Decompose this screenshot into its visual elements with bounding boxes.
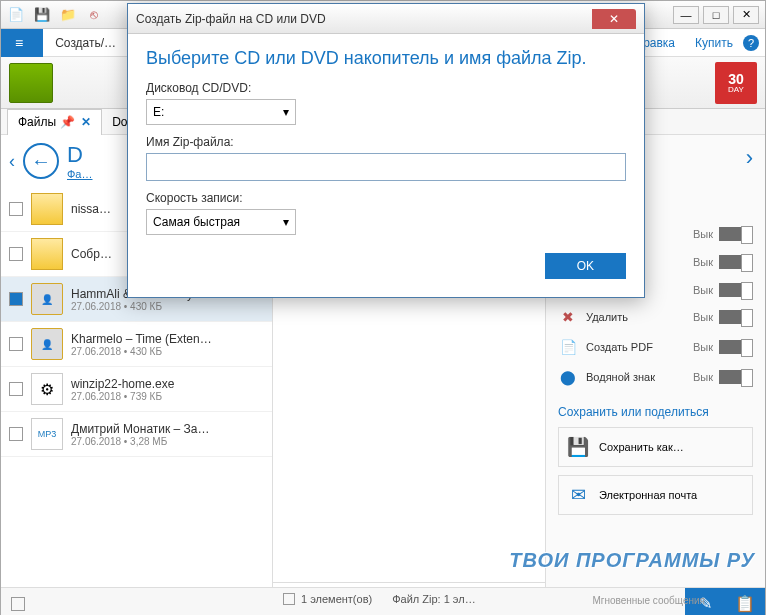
email-icon: ✉: [567, 484, 589, 506]
tab-files-label: Файлы: [18, 115, 56, 129]
drive-label: Дисковод CD/DVD:: [146, 81, 626, 95]
avatar-icon: 👤: [31, 328, 63, 360]
guarantee-badge: 30 DAY: [715, 62, 757, 104]
nav-back-button[interactable]: ←: [23, 143, 59, 179]
close-button[interactable]: ✕: [733, 6, 759, 24]
qat-folder-icon[interactable]: 📁: [57, 4, 79, 26]
breadcrumb-subtitle[interactable]: Фа…: [67, 168, 92, 180]
save-as-button[interactable]: 💾 Сохранить как…: [558, 427, 753, 467]
ribbon-buy-link[interactable]: Купить: [685, 36, 743, 50]
create-zip-cd-dialog: Создать Zip-файл на CD или DVD ✕ Выберит…: [127, 3, 645, 298]
dialog-titlebar: Создать Zip-файл на CD или DVD ✕: [128, 4, 644, 34]
dialog-title-text: Создать Zip-файл на CD или DVD: [136, 12, 326, 26]
tab-close-icon[interactable]: ✕: [81, 115, 91, 129]
action-delete[interactable]: ✖ Удалить Вык: [558, 307, 753, 327]
status-elements: 1 элемент(ов): [301, 593, 372, 605]
file-row[interactable]: ⚙winzip22-home.exe27.06.2018 • 739 КБ: [1, 367, 272, 412]
breadcrumb-title: D: [67, 142, 92, 168]
action-watermark[interactable]: ⬤ Водяной знак Вык: [558, 367, 753, 387]
qat-app-icon[interactable]: 📄: [5, 4, 27, 26]
file-name: winzip22-home.exe: [71, 377, 174, 391]
file-checkbox[interactable]: [9, 427, 23, 441]
mp3-icon: MP3: [31, 418, 63, 450]
chevron-down-icon: ▾: [283, 105, 289, 119]
select-all-checkbox[interactable]: [11, 597, 25, 611]
file-checkbox[interactable]: [9, 292, 23, 306]
main-window: 📄 💾 📁 ⎋ — □ ✕ Создать/… равка Купить ? 3…: [0, 0, 766, 615]
folder-icon: [31, 238, 63, 270]
exe-icon: ⚙: [31, 373, 63, 405]
speed-label: Скорость записи:: [146, 191, 626, 205]
file-name: nissa…: [71, 202, 111, 216]
stamp-icon: ⬤: [558, 367, 578, 387]
nav-prev-icon[interactable]: ‹: [9, 151, 15, 172]
folder-icon: [31, 193, 63, 225]
file-menu[interactable]: [1, 29, 43, 57]
email-button[interactable]: ✉ Электронная почта: [558, 475, 753, 515]
avatar-icon: 👤: [31, 283, 63, 315]
help-icon[interactable]: ?: [743, 35, 759, 51]
status-zipfile: Файл Zip: 1 эл…: [392, 593, 475, 605]
drive-select[interactable]: E:▾: [146, 99, 296, 125]
toolbar-main-button[interactable]: [9, 63, 53, 103]
minimize-button[interactable]: —: [673, 6, 699, 24]
pdf-icon: 📄: [558, 337, 578, 357]
qat-save-icon[interactable]: 💾: [31, 4, 53, 26]
file-checkbox[interactable]: [9, 337, 23, 351]
dialog-close-button[interactable]: ✕: [592, 9, 636, 29]
file-meta: 27.06.2018 • 3,28 МБ: [71, 436, 210, 447]
file-name: Kharmelo – Time (Exten…: [71, 332, 212, 346]
qat-exit-icon[interactable]: ⎋: [83, 4, 105, 26]
file-name: Собр…: [71, 247, 112, 261]
status-checkbox[interactable]: [283, 593, 295, 605]
file-meta: 27.06.2018 • 430 КБ: [71, 301, 211, 312]
chevron-down-icon: ▾: [283, 215, 289, 229]
status-bar: 1 элемент(ов) Файл Zip: 1 эл…: [273, 582, 545, 614]
file-row[interactable]: 👤Kharmelo – Time (Exten…27.06.2018 • 430…: [1, 322, 272, 367]
delete-icon: ✖: [558, 307, 578, 327]
im-label: Мгновенные сообщения: [592, 595, 705, 606]
file-meta: 27.06.2018 • 739 КБ: [71, 391, 174, 402]
pin-icon[interactable]: 📌: [60, 115, 75, 129]
file-checkbox[interactable]: [9, 247, 23, 261]
ok-button[interactable]: OK: [545, 253, 626, 279]
speed-select[interactable]: Самая быстрая▾: [146, 209, 296, 235]
zipname-input[interactable]: [146, 153, 626, 181]
file-checkbox[interactable]: [9, 382, 23, 396]
action-create-pdf[interactable]: 📄 Создать PDF Вык: [558, 337, 753, 357]
maximize-button[interactable]: □: [703, 6, 729, 24]
file-checkbox[interactable]: [9, 202, 23, 216]
file-meta: 27.06.2018 • 430 КБ: [71, 346, 212, 357]
tab-files[interactable]: Файлы 📌 ✕: [7, 109, 102, 135]
file-row[interactable]: MP3Дмитрий Монатик – За…27.06.2018 • 3,2…: [1, 412, 272, 457]
share-heading: Сохранить или поделиться: [558, 405, 753, 419]
zipname-label: Имя Zip-файла:: [146, 135, 626, 149]
chevron-right-icon[interactable]: ›: [746, 145, 753, 171]
save-icon: 💾: [567, 436, 589, 458]
add-button[interactable]: 📋: [725, 588, 765, 616]
dialog-heading: Выберите CD или DVD накопитель и имя фай…: [146, 48, 626, 69]
ribbon-tab-create[interactable]: Создать/…: [43, 29, 128, 57]
file-name: Дмитрий Монатик – За…: [71, 422, 210, 436]
